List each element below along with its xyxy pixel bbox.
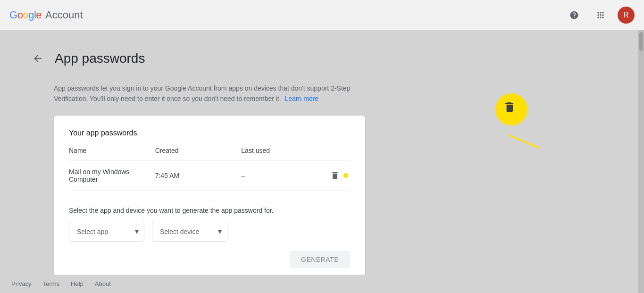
main-content: App passwords App passwords let you sign… — [0, 30, 566, 293]
avatar[interactable]: R — [618, 7, 635, 24]
divider — [69, 195, 350, 195]
callout-annotation — [494, 92, 556, 156]
last-used-cell: – — [241, 172, 327, 179]
col-name: Name — [69, 147, 155, 154]
callout-svg — [494, 92, 556, 154]
select-device-wrapper: Select device ▾ — [152, 222, 227, 242]
page-title-row: App passwords — [28, 49, 538, 68]
grid-button[interactable] — [591, 6, 610, 25]
selects-row: Select app ▾ Select device ▾ — [69, 222, 350, 242]
table-row: Mail on my WindowsComputer 7:45 AM – — [69, 160, 350, 191]
svg-line-0 — [509, 135, 539, 148]
generate-section: Select the app and device you want to ge… — [69, 207, 350, 268]
page-title: App passwords — [55, 51, 145, 66]
col-actions — [327, 147, 350, 154]
header-left: Google Account — [9, 9, 83, 21]
scrollbar-thumb[interactable] — [639, 32, 643, 51]
google-logo: Google — [9, 9, 42, 21]
table-header: Name Created Last used — [69, 147, 350, 160]
callout-dot — [343, 173, 348, 178]
created-cell: 7:45 AM — [155, 172, 242, 179]
learn-more-link[interactable]: Learn more — [284, 95, 318, 102]
app-name-cell: Mail on my WindowsComputer — [69, 168, 155, 183]
generate-btn-row: GENERATE — [69, 251, 350, 268]
footer-help[interactable]: Help — [71, 280, 84, 287]
col-last-used: Last used — [241, 147, 327, 154]
scrollbar[interactable] — [638, 30, 644, 293]
footer: Privacy Terms Help About — [0, 275, 644, 293]
header: Google Account R — [0, 0, 644, 30]
card-section-title: Your app passwords — [69, 129, 350, 137]
select-app[interactable]: Select app — [69, 222, 144, 242]
footer-about[interactable]: About — [95, 280, 111, 287]
col-created: Created — [155, 147, 242, 154]
generate-button[interactable]: GENERATE — [290, 251, 350, 268]
generate-title: Select the app and device you want to ge… — [69, 207, 350, 214]
select-app-wrapper: Select app ▾ — [69, 222, 144, 242]
footer-privacy[interactable]: Privacy — [11, 280, 32, 287]
header-right: R — [565, 6, 635, 25]
select-device[interactable]: Select device — [152, 222, 227, 242]
help-button[interactable] — [565, 6, 584, 25]
page-description: App passwords let you sign in to your Go… — [54, 83, 375, 104]
delete-button[interactable] — [327, 168, 343, 183]
account-text: Account — [45, 9, 83, 21]
back-button[interactable] — [28, 49, 47, 68]
footer-terms[interactable]: Terms — [43, 280, 59, 287]
app-passwords-card: Your app passwords Name Created Last use… — [54, 116, 365, 281]
